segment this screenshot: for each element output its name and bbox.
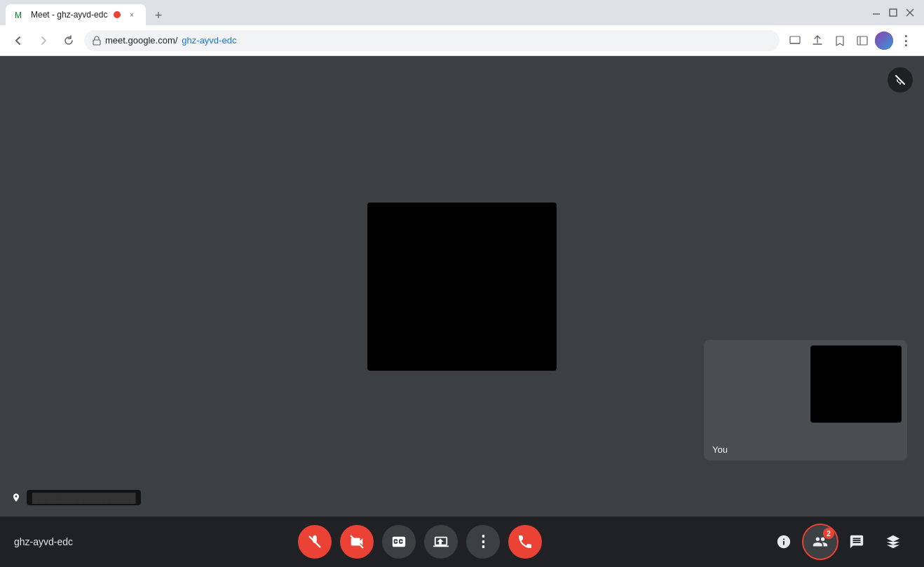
tab-favicon: M: [14, 9, 25, 20]
mute-indicator-top: [888, 67, 913, 93]
controls-right: 2: [767, 525, 910, 559]
more-options-button[interactable]: ⋮: [466, 525, 500, 559]
title-bar: M Meet - ghz-ayvd-edc × +: [0, 0, 924, 25]
address-prefix: meet.google.com/: [105, 35, 177, 46]
present-button[interactable]: [424, 525, 458, 559]
nav-actions: ⋮: [785, 31, 916, 50]
captions-button[interactable]: [382, 525, 416, 559]
active-tab[interactable]: M Meet - ghz-ayvd-edc ×: [6, 4, 146, 25]
pin-icon: [11, 493, 21, 503]
participant-name-text: ████████████████: [32, 493, 135, 503]
new-tab-button[interactable]: +: [149, 6, 168, 25]
svg-rect-8: [857, 36, 867, 45]
activities-button[interactable]: [876, 525, 910, 559]
back-button[interactable]: [8, 31, 28, 50]
meet-content: ████████████████ You: [0, 56, 924, 567]
svg-rect-3: [890, 9, 897, 16]
mute-button[interactable]: [298, 525, 332, 559]
nav-bar: meet.google.com/ ghz-ayvd-edc ⋮: [0, 25, 924, 56]
pin-name-bottom: ████████████████: [11, 490, 141, 505]
self-video-inner: You: [704, 340, 907, 460]
svg-rect-7: [790, 36, 800, 43]
self-video-black: [810, 346, 902, 423]
self-video-tile: You: [704, 340, 907, 460]
address-bar[interactable]: meet.google.com/ ghz-ayvd-edc: [84, 30, 780, 51]
svg-rect-6: [93, 40, 100, 45]
meeting-code: ghz-ayvd-edc: [14, 535, 73, 548]
address-domain: ghz-ayvd-edc: [182, 35, 236, 46]
people-button[interactable]: 2: [803, 525, 837, 559]
recording-dot: [114, 11, 121, 18]
minimize-button[interactable]: [871, 7, 882, 18]
controls-center: ⋮: [298, 525, 542, 559]
tab-bar: M Meet - ghz-ayvd-edc × +: [6, 0, 871, 25]
chat-button[interactable]: [840, 525, 874, 559]
bookmark-button[interactable]: [830, 31, 850, 50]
svg-text:M: M: [15, 11, 22, 20]
tab-close-button[interactable]: ×: [126, 9, 137, 20]
self-label: You: [712, 444, 728, 455]
info-button[interactable]: [767, 525, 801, 559]
camera-button[interactable]: [340, 525, 374, 559]
browser-frame: M Meet - ghz-ayvd-edc × +: [0, 0, 924, 567]
participant-name-bar: ████████████████: [27, 490, 141, 505]
bottom-bar: ghz-ayvd-edc: [0, 517, 924, 567]
forward-button[interactable]: [34, 31, 53, 50]
sidebar-button[interactable]: [852, 31, 872, 50]
main-video-area: ████████████████ You: [0, 56, 924, 517]
hangup-button[interactable]: [508, 525, 542, 559]
maximize-button[interactable]: [888, 7, 899, 18]
cast-button[interactable]: [785, 31, 805, 50]
main-video-placeholder: [367, 203, 557, 371]
close-window-button[interactable]: [904, 7, 916, 18]
window-controls: [871, 7, 918, 18]
share-button[interactable]: [808, 31, 827, 50]
tab-title: Meet - ghz-ayvd-edc: [31, 10, 108, 20]
lock-icon: [93, 36, 101, 46]
profile-avatar[interactable]: [875, 32, 893, 50]
reload-button[interactable]: [59, 31, 79, 50]
meeting-code-text: ghz-ayvd-edc: [14, 536, 73, 547]
people-count-badge: 2: [823, 528, 834, 539]
more-options-button[interactable]: ⋮: [896, 31, 916, 50]
